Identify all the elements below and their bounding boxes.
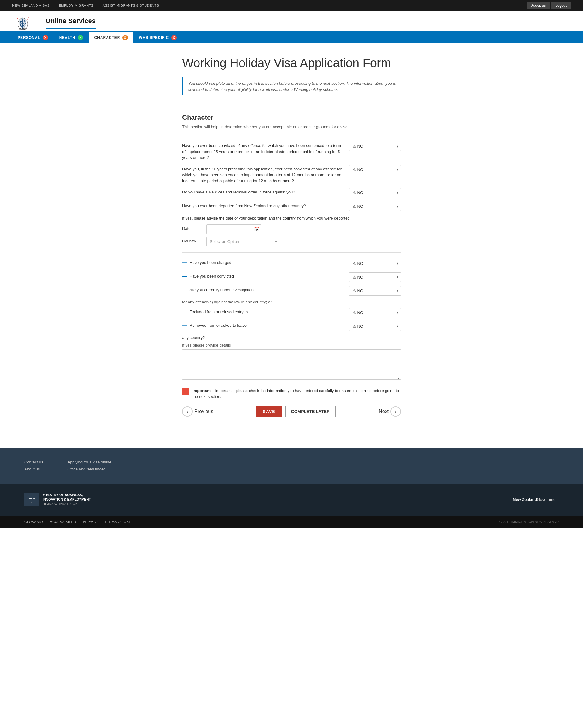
footer-logo-area: MBIE NZ MINISTRY OF BUSINESS,INNOVATION … bbox=[24, 493, 91, 506]
logo-area: ★ ★ ★ NEW ZEALAND IMMIGRATION bbox=[12, 14, 33, 31]
info-text: You should complete all of the pages in … bbox=[188, 80, 396, 92]
tab-whs-label: WHS SPECIFIC bbox=[139, 35, 169, 40]
sub-q1-answer: ⚠ NO YES bbox=[349, 259, 401, 268]
previous-button[interactable]: ‹ Previous bbox=[182, 406, 213, 417]
sub-question-row-1: — Have you been charged ⚠ NO YES bbox=[182, 259, 401, 268]
accessibility-link[interactable]: ACCESSIBILITY bbox=[50, 520, 77, 524]
eq2-label: — Removed from or asked to leave bbox=[182, 322, 343, 328]
center-buttons: SAVE COMPLETE LATER bbox=[256, 406, 336, 417]
nav-nz-visas[interactable]: NEW ZEALAND VISAS bbox=[12, 4, 50, 7]
footer-applying-link[interactable]: Applying for a visa online bbox=[68, 460, 111, 464]
sub-q2-select[interactable]: ⚠ NO YES bbox=[349, 272, 401, 282]
nz-government-text: New ZealandGovernment bbox=[513, 497, 559, 502]
about-us-button[interactable]: About us bbox=[527, 2, 550, 9]
page-title: Working Holiday Visa Application Form bbox=[182, 56, 401, 70]
question-4-text: Have you ever been deported from New Zea… bbox=[182, 202, 343, 209]
deportation-label: If yes, please advise the date of your d… bbox=[182, 215, 401, 222]
tab-health[interactable]: HEALTH ✓ bbox=[54, 32, 89, 44]
character-section: Character This section will help us dete… bbox=[182, 104, 401, 436]
date-label: Date bbox=[182, 226, 201, 231]
complete-later-button[interactable]: COMPLETE LATER bbox=[285, 406, 336, 417]
logout-button[interactable]: Logout bbox=[551, 2, 571, 9]
footer-contact-link[interactable]: Contact us bbox=[24, 460, 43, 464]
q3-select-wrapper: ⚠ NO YES bbox=[349, 188, 401, 198]
date-field-row: Date 📅 bbox=[182, 225, 401, 234]
tabs-bar: PERSONAL x HEALTH ✓ CHARACTER x WHS SPEC… bbox=[0, 32, 583, 44]
q2-select-wrapper: ⚠ NO YES bbox=[349, 165, 401, 174]
footer-about-link[interactable]: About us bbox=[24, 467, 43, 471]
tab-health-badge: ✓ bbox=[78, 35, 83, 41]
eq1-select[interactable]: ⚠ NO YES bbox=[349, 308, 401, 317]
section-divider bbox=[182, 135, 401, 135]
top-nav-links: NEW ZEALAND VISAS EMPLOY MIGRANTS ASSIST… bbox=[12, 4, 159, 7]
important-icon bbox=[182, 388, 189, 395]
main-content: Working Holiday Visa Application Form Yo… bbox=[176, 44, 407, 448]
svg-text:NEW ZEALAND: NEW ZEALAND bbox=[19, 28, 27, 29]
sub-q3-select[interactable]: ⚠ NO YES bbox=[349, 286, 401, 295]
footer-col-1: Contact us About us bbox=[24, 460, 43, 471]
sub-q1-text: Have you been charged bbox=[189, 260, 231, 265]
footer-office-fees-link[interactable]: Office and fees finder bbox=[68, 467, 111, 471]
nav-assist-migrants[interactable]: ASSIST MIGRANTS & STUDENTS bbox=[103, 4, 159, 7]
tab-character-badge: x bbox=[122, 35, 128, 41]
details-textarea[interactable] bbox=[182, 349, 401, 380]
next-button[interactable]: Next › bbox=[379, 406, 401, 417]
footer-bottom: MBIE NZ MINISTRY OF BUSINESS,INNOVATION … bbox=[0, 484, 583, 516]
tab-character[interactable]: CHARACTER x bbox=[89, 32, 133, 44]
nav-employ-migrants[interactable]: EMPLOY MIGRANTS bbox=[59, 4, 93, 7]
question-row-4: Have you ever been deported from New Zea… bbox=[182, 202, 401, 211]
country-label: Country bbox=[182, 239, 201, 243]
question-2-text: Have you, in the 10 years preceding this… bbox=[182, 165, 343, 184]
q1-select-wrapper: ⚠ NO YES bbox=[349, 141, 401, 151]
sub-q1-select[interactable]: ⚠ NO YES bbox=[349, 259, 401, 268]
question-4-answer: ⚠ NO YES bbox=[349, 202, 401, 211]
prev-circle: ‹ bbox=[182, 406, 192, 417]
eq1-label: — Excluded from or refused entry to bbox=[182, 308, 343, 315]
question-row-2: Have you, in the 10 years preceding this… bbox=[182, 165, 401, 184]
footer-col-2: Applying for a visa online Office and fe… bbox=[68, 460, 111, 471]
footer-dark: Contact us About us Applying for a visa … bbox=[0, 448, 583, 484]
tab-personal-label: PERSONAL bbox=[18, 35, 41, 40]
offence-label: for any offence(s) against the law in an… bbox=[182, 300, 401, 304]
privacy-link[interactable]: PRIVACY bbox=[83, 520, 98, 524]
if-yes-label: If yes please provide details bbox=[182, 343, 401, 347]
copyright-text: © 2019 IMMIGRATION NEW ZEALAND bbox=[500, 520, 559, 524]
tab-personal[interactable]: PERSONAL x bbox=[12, 32, 54, 44]
q4-select[interactable]: ⚠ NO YES bbox=[349, 202, 401, 211]
info-block: You should complete all of the pages in … bbox=[182, 77, 401, 95]
tab-whs-badge: x bbox=[171, 35, 177, 41]
important-notice: Important – Important – please check the… bbox=[182, 388, 401, 400]
sub-q3-answer: ⚠ NO YES bbox=[349, 286, 401, 295]
sub-q2-text: Have you been convicted bbox=[189, 274, 234, 279]
eq2-answer: ⚠ NO YES bbox=[349, 322, 401, 331]
eq2-select[interactable]: ⚠ NO YES bbox=[349, 322, 401, 331]
sub-question-row-2: — Have you been convicted ⚠ NO YES bbox=[182, 272, 401, 282]
sub-q3-label: — Are you currently under investigation bbox=[182, 286, 343, 293]
date-input[interactable] bbox=[207, 225, 261, 234]
question-3-answer: ⚠ NO YES bbox=[349, 188, 401, 198]
q2-select[interactable]: ⚠ NO YES bbox=[349, 165, 401, 174]
q4-select-wrapper: ⚠ NO YES bbox=[349, 202, 401, 211]
sub-divider bbox=[182, 252, 401, 253]
eq1-text: Excluded from or refused entry to bbox=[189, 310, 248, 314]
next-label: Next bbox=[379, 409, 389, 414]
save-button[interactable]: SAVE bbox=[256, 406, 282, 417]
next-circle: › bbox=[391, 406, 401, 417]
mbie-logo: MBIE NZ bbox=[24, 493, 39, 506]
tab-whs-specific[interactable]: WHS SPECIFIC x bbox=[133, 32, 182, 44]
dash-icon-4: — bbox=[182, 309, 187, 315]
svg-text:MBIE: MBIE bbox=[29, 497, 35, 500]
glossary-link[interactable]: GLOSSARY bbox=[24, 520, 44, 524]
svg-text:★: ★ bbox=[28, 17, 29, 18]
tab-character-label: CHARACTER bbox=[94, 35, 120, 40]
terms-link[interactable]: TERMS OF USE bbox=[104, 520, 131, 524]
eq2-text: Removed from or asked to leave bbox=[189, 323, 246, 328]
dash-icon-5: — bbox=[182, 323, 187, 328]
country-select[interactable]: Select an Option bbox=[207, 237, 280, 246]
q3-select[interactable]: ⚠ NO YES bbox=[349, 188, 401, 198]
q1-select[interactable]: ⚠ NO YES bbox=[349, 141, 401, 151]
sub-q2-select-wrapper: ⚠ NO YES bbox=[349, 272, 401, 282]
header: ★ ★ ★ NEW ZEALAND IMMIGRATION Online Ser… bbox=[0, 11, 583, 32]
top-nav-right: About us Logout bbox=[527, 2, 571, 9]
country-select-wrapper: Select an Option bbox=[207, 237, 280, 246]
